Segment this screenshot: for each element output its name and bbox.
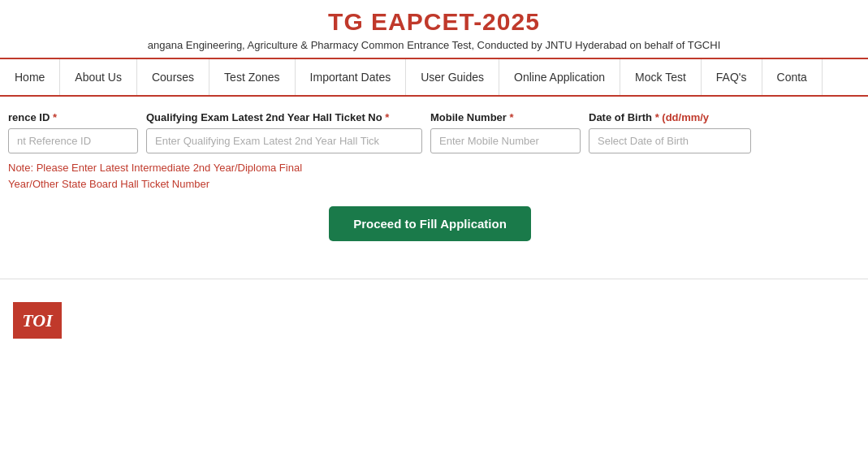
ref-id-required: * xyxy=(53,111,57,123)
mobile-group: Mobile Number * xyxy=(430,111,581,153)
form-center: Proceed to Fill Application xyxy=(8,192,852,249)
nav-home[interactable]: Home xyxy=(0,59,60,95)
mobile-required: * xyxy=(510,111,514,123)
header: TG EAPCET-2025 angana Engineering, Agric… xyxy=(0,0,868,58)
ref-id-label: rence ID * xyxy=(8,111,138,123)
navigation: Home About Us Courses Test Zones Importa… xyxy=(0,58,868,97)
nav-important-dates[interactable]: Important Dates xyxy=(296,59,407,95)
dob-label: Date of Birth * (dd/mm/y xyxy=(589,111,751,123)
dob-group: Date of Birth * (dd/mm/y xyxy=(589,111,751,153)
nav-faq[interactable]: FAQ's xyxy=(702,59,762,95)
nav-courses[interactable]: Courses xyxy=(137,59,209,95)
mobile-input[interactable] xyxy=(430,128,581,153)
toi-section: TOI xyxy=(0,294,868,347)
header-subtitle: angana Engineering, Agriculture & Pharma… xyxy=(0,36,868,54)
hall-ticket-label: Qualifying Exam Latest 2nd Year Hall Tic… xyxy=(146,111,422,123)
dob-format: (dd/mm/y xyxy=(662,111,709,123)
hall-ticket-input[interactable] xyxy=(146,128,422,153)
divider xyxy=(0,279,868,279)
mobile-label: Mobile Number * xyxy=(430,111,581,123)
ref-id-input[interactable] xyxy=(8,128,138,153)
nav-contact[interactable]: Conta xyxy=(762,59,823,95)
page-title: TG EAPCET-2025 xyxy=(0,8,868,36)
ref-id-group: rence ID * xyxy=(8,111,138,153)
form-section: rence ID * Qualifying Exam Latest 2nd Ye… xyxy=(0,97,868,264)
nav-online-application[interactable]: Online Application xyxy=(499,59,620,95)
dob-input[interactable] xyxy=(589,128,751,153)
form-note: Note: Please Enter Latest Intermediate 2… xyxy=(8,160,333,192)
proceed-button[interactable]: Proceed to Fill Application xyxy=(329,206,531,241)
toi-logo: TOI xyxy=(13,302,62,339)
dob-required: * xyxy=(655,111,659,123)
nav-test-zones[interactable]: Test Zones xyxy=(209,59,295,95)
nav-about-us[interactable]: About Us xyxy=(60,59,137,95)
hall-ticket-group: Qualifying Exam Latest 2nd Year Hall Tic… xyxy=(146,111,422,153)
nav-user-guides[interactable]: User Guides xyxy=(406,59,499,95)
form-row: rence ID * Qualifying Exam Latest 2nd Ye… xyxy=(8,111,852,153)
hall-ticket-required: * xyxy=(385,111,389,123)
nav-mock-test[interactable]: Mock Test xyxy=(620,59,702,95)
